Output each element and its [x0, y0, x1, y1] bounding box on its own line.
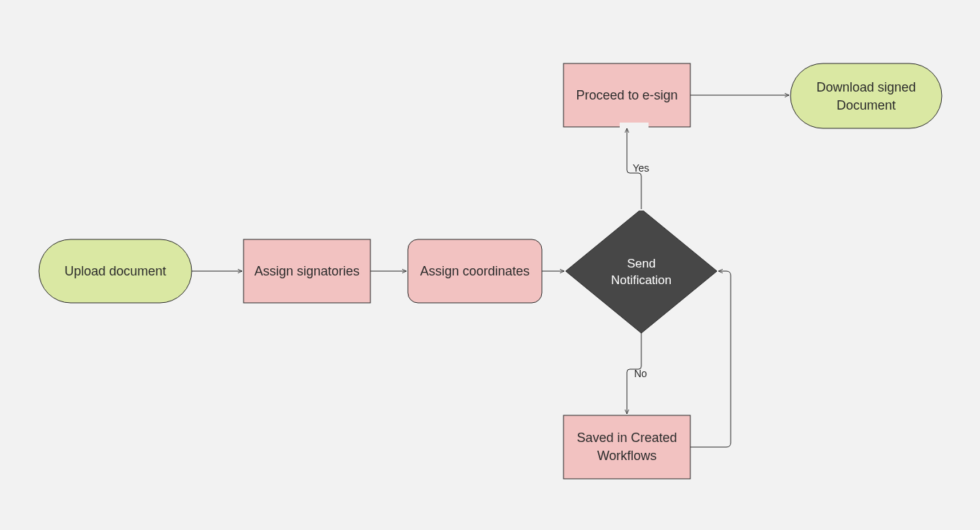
- node-assign-coordinates: Assign coordinates: [408, 239, 542, 303]
- node-saved-workflows: Saved in Created Workflows: [564, 415, 690, 479]
- node-download-document: Download signed Document: [790, 63, 942, 128]
- svg-rect-5: [564, 415, 690, 479]
- node-proceed-esign-label: Proceed to e-sign: [576, 88, 677, 102]
- edge-label-no: No: [634, 368, 647, 379]
- node-proceed-esign: Proceed to e-sign: [564, 63, 690, 127]
- node-upload-document: Upload document: [39, 239, 192, 303]
- node-upload-document-label: Upload document: [64, 264, 166, 278]
- edge-label-yes: Yes: [633, 162, 649, 174]
- node-saved-workflows-line1: Saved in Created: [576, 430, 677, 445]
- node-send-notification-line2: Notification: [611, 273, 672, 287]
- svg-marker-3: [566, 209, 717, 333]
- node-assign-signatories: Assign signatories: [244, 239, 370, 303]
- node-download-document-line2: Document: [837, 98, 896, 112]
- node-assign-coordinates-label: Assign coordinates: [420, 264, 530, 278]
- node-send-notification: Send Notification: [566, 209, 717, 333]
- flowchart-diagram: Upload document Assign signatories Assig…: [0, 0, 980, 530]
- node-download-document-line1: Download signed: [816, 80, 916, 94]
- node-saved-workflows-line2: Workflows: [597, 449, 657, 463]
- svg-rect-6: [790, 63, 942, 128]
- edge-saved-to-decision: [690, 271, 731, 447]
- node-assign-signatories-label: Assign signatories: [254, 264, 360, 278]
- node-send-notification-line1: Send: [627, 257, 656, 270]
